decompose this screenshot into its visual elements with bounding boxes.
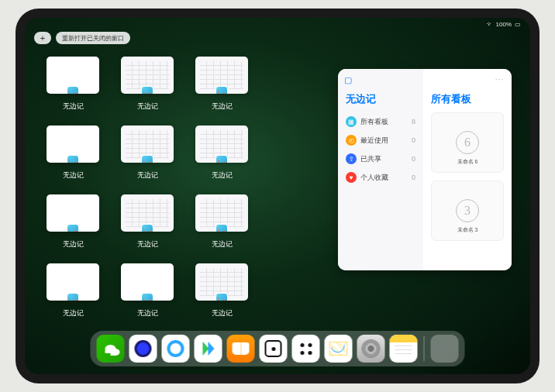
freeform-app-icon [141, 155, 153, 163]
status-bar: ᯤ 100% ▭ [487, 21, 521, 28]
ipad-frame: ᯤ 100% ▭ + 重新打开已关闭的窗口 无边记无边记无边记无边记无边记无边记… [16, 9, 539, 383]
freeform-app-icon [215, 86, 228, 94]
board-name: 未命名 6 [457, 158, 478, 166]
window-thumbnail[interactable]: 无边记 [195, 194, 248, 249]
freeform-app-icon [215, 224, 228, 232]
dock-app-play[interactable] [195, 335, 222, 363]
content-title: 所有看板 [431, 92, 504, 106]
board-thumbnail: 6 [456, 131, 479, 154]
window-label: 无边记 [195, 101, 248, 112]
dock-app-books[interactable] [227, 335, 255, 363]
dock-app-notes[interactable] [390, 335, 418, 363]
window-label: 无边记 [195, 308, 248, 318]
window-thumbnail[interactable]: 无边记 [47, 57, 99, 112]
window-thumbnail[interactable]: 无边记 [195, 126, 248, 181]
window-label: 无边记 [195, 170, 248, 181]
freeform-app-icon [141, 224, 153, 232]
app-windows-grid: 无边记无边记无边记无边记无边记无边记无边记无边记无边记无边记无边记无边记 [47, 57, 322, 318]
window-thumbnail[interactable]: 无边记 [47, 194, 99, 249]
share-icon: ⇪ [346, 153, 357, 164]
panel-sidebar: ▢ 无边记 ▦所有看板8◴最近使用0⇪已共享0♥个人收藏0 [338, 69, 423, 270]
sidebar-item-count: 0 [412, 136, 415, 144]
window-label: 无边记 [121, 101, 174, 112]
freeform-app-icon [67, 293, 79, 301]
clock-icon: ◴ [346, 135, 357, 146]
window-label: 无边记 [121, 308, 174, 318]
dock-app-dots[interactable] [292, 335, 320, 363]
window-thumbnail[interactable]: 无边记 [195, 263, 248, 318]
dock-separator [424, 336, 425, 361]
window-label: 无边记 [47, 239, 99, 249]
freeform-app-icon [141, 293, 153, 301]
sidebar-item-count: 0 [412, 155, 415, 163]
window-thumbnail[interactable]: 无边记 [47, 126, 99, 181]
sidebar-item[interactable]: ♥个人收藏0 [346, 168, 415, 187]
dock-app-freeform[interactable] [325, 335, 353, 363]
dock-app-folder[interactable] [431, 335, 459, 363]
window-label: 无边记 [121, 170, 174, 181]
board-card[interactable]: 6未命名 6 [431, 112, 504, 173]
panel-title: 无边记 [346, 92, 415, 106]
window-thumbnail[interactable]: 无边记 [195, 57, 248, 112]
sidebar-item[interactable]: ◴最近使用0 [346, 131, 415, 150]
window-thumbnail[interactable]: 无边记 [121, 263, 174, 318]
dock-app-q2[interactable] [162, 335, 190, 363]
grid-icon: ▦ [346, 116, 357, 127]
battery-icon: ▭ [515, 21, 521, 28]
sidebar-item-label: 最近使用 [360, 136, 388, 146]
sidebar-item-label: 已共享 [360, 154, 381, 164]
sidebar-item[interactable]: ⇪已共享0 [346, 150, 415, 168]
window-thumbnail[interactable]: 无边记 [121, 57, 174, 112]
window-thumbnail[interactable]: 无边记 [121, 194, 174, 249]
freeform-app-icon [215, 293, 228, 301]
dock [91, 331, 465, 366]
dock-app-settings[interactable] [357, 335, 385, 363]
sidebar-item-label: 个人收藏 [360, 173, 388, 183]
board-name: 未命名 3 [457, 226, 478, 234]
heart-icon: ♥ [346, 172, 357, 183]
dock-app-q1[interactable] [129, 335, 157, 363]
panel-content: ··· 所有看板 6未命名 63未命名 3 [423, 69, 512, 270]
freeform-app-icon [141, 86, 153, 94]
window-label: 无边记 [47, 101, 99, 112]
reopen-closed-window-button[interactable]: 重新打开已关闭的窗口 [56, 32, 130, 44]
dock-app-wechat[interactable] [97, 335, 125, 363]
freeform-app-icon [215, 155, 228, 163]
window-label: 无边记 [195, 239, 248, 249]
battery-text: 100% [496, 21, 512, 28]
top-controls: + 重新打开已关闭的窗口 [34, 32, 130, 44]
window-label: 无边记 [47, 170, 99, 181]
sidebar-item-label: 所有看板 [360, 117, 388, 127]
sidebar-item[interactable]: ▦所有看板8 [346, 112, 415, 131]
window-thumbnail[interactable]: 无边记 [47, 263, 99, 318]
sidebar-item-count: 0 [412, 174, 415, 181]
freeform-app-icon [67, 224, 79, 232]
more-icon[interactable]: ··· [495, 75, 504, 84]
dock-app-sq[interactable] [260, 335, 288, 363]
new-window-button[interactable]: + [34, 32, 51, 44]
sidebar-icon[interactable]: ▢ [344, 75, 352, 85]
sidebar-item-count: 8 [412, 118, 415, 126]
freeform-app-icon [67, 86, 79, 94]
board-card[interactable]: 3未命名 3 [431, 181, 504, 241]
window-thumbnail[interactable]: 无边记 [121, 126, 174, 181]
window-label: 无边记 [47, 308, 99, 318]
board-thumbnail: 3 [456, 199, 479, 222]
wifi-icon: ᯤ [487, 21, 493, 28]
screen: ᯤ 100% ▭ + 重新打开已关闭的窗口 无边记无边记无边记无边记无边记无边记… [25, 18, 530, 374]
freeform-app-icon [67, 155, 79, 163]
freeform-panel: ▢ 无边记 ▦所有看板8◴最近使用0⇪已共享0♥个人收藏0 ··· 所有看板 6… [338, 69, 512, 270]
window-label: 无边记 [121, 239, 174, 249]
